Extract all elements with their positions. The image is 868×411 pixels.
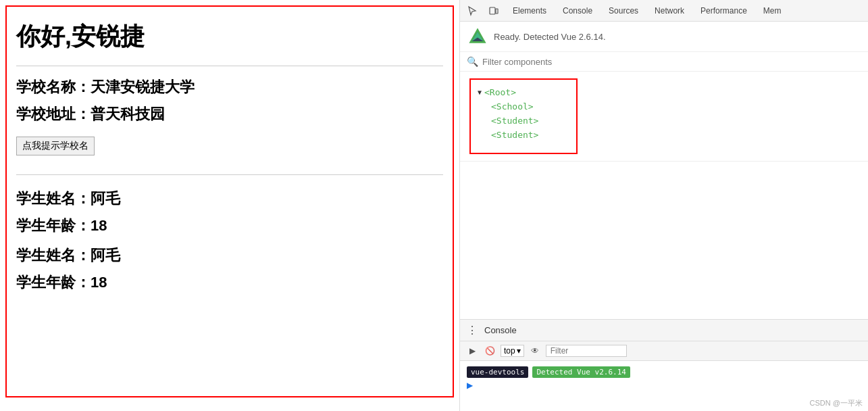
show-school-button[interactable]: 点我提示学校名: [16, 137, 95, 155]
school-address-value: 普天科技园: [91, 104, 165, 124]
student1-age-line: 学生年龄： 18: [16, 216, 443, 236]
console-messages-area: vue-devtools Detected Vue v2.6.14 ▶: [460, 361, 868, 395]
tree-student2-label: <Student>: [491, 130, 538, 140]
student1-name-value: 阿毛: [91, 189, 120, 209]
console-run-icon[interactable]: ▶: [465, 344, 479, 358]
console-title-label: Console: [484, 325, 517, 335]
devtools-panel: Elements Console Sources Network Perform…: [459, 0, 868, 411]
school-address-label: 学校地址：: [16, 104, 91, 124]
divider-1: [16, 66, 443, 66]
vue-ready-message: Ready. Detected Vue 2.6.14.: [494, 32, 606, 42]
console-context-select[interactable]: top ▾: [501, 345, 524, 357]
tab-console[interactable]: Console: [559, 3, 596, 18]
student1-age-value: 18: [91, 217, 107, 235]
component-tree-box: ▼ <Root> <School> <Student> <Student>: [469, 78, 578, 154]
tab-network[interactable]: Network: [650, 3, 688, 18]
school-name-line: 学校名称： 天津安锐捷大学: [16, 77, 443, 97]
console-toolbar: ▶ 🚫 top ▾ 👁: [460, 341, 868, 361]
svg-rect-0: [490, 7, 495, 14]
search-icon: 🔍: [467, 56, 478, 67]
console-expand-arrow[interactable]: ▶: [467, 379, 861, 391]
divider-2: [16, 174, 443, 175]
student2-name-line: 学生姓名： 阿毛: [16, 245, 443, 266]
tree-school-label: <School>: [491, 101, 534, 112]
console-filter-input[interactable]: [546, 345, 627, 357]
student-section-2: 学生姓名： 阿毛 学生年龄： 18: [16, 243, 443, 293]
devtools-tab-bar: Elements Console Sources Network Perform…: [460, 0, 868, 22]
school-section: 学校名称： 天津安锐捷大学 学校地址： 普天科技园 点我提示学校名: [16, 77, 443, 165]
filter-components-input[interactable]: [482, 57, 617, 67]
student2-age-value: 18: [91, 274, 107, 291]
student1-age-label: 学生年龄：: [16, 216, 91, 236]
tree-school-row[interactable]: <School>: [491, 99, 567, 114]
console-block-icon[interactable]: 🚫: [483, 344, 496, 358]
component-tree-panel: ▼ <Root> <School> <Student> <Student>: [460, 72, 868, 161]
school-name-label: 学校名称：: [16, 77, 91, 97]
console-dropdown-icon: ▾: [517, 346, 521, 356]
csdn-watermark: CSDN @一平米: [460, 395, 868, 411]
device-icon[interactable]: [487, 4, 501, 18]
devtools-spacer: [460, 161, 868, 319]
console-header: ⋮ Console: [460, 320, 868, 341]
vue-devtools-header: Ready. Detected Vue 2.6.14.: [460, 22, 868, 52]
cursor-icon[interactable]: [465, 4, 479, 18]
tree-student1-label: <Student>: [491, 116, 538, 126]
school-address-line: 学校地址： 普天科技园: [16, 104, 443, 124]
student2-age-label: 学生年龄：: [16, 272, 91, 293]
student1-name-label: 学生姓名：: [16, 189, 91, 209]
tree-student2-row[interactable]: <Student>: [491, 128, 567, 142]
student2-name-label: 学生姓名：: [16, 245, 91, 266]
greeting-text: 你好,安锐捷: [16, 14, 443, 63]
main-content-box: 你好,安锐捷 学校名称： 天津安锐捷大学 学校地址： 普天科技园 点我提示学校名…: [5, 5, 454, 397]
tree-student1-row[interactable]: <Student>: [491, 114, 567, 128]
left-panel: 你好,安锐捷 学校名称： 天津安锐捷大学 学校地址： 普天科技园 点我提示学校名…: [0, 0, 459, 411]
console-panel: ⋮ Console ▶ 🚫 top ▾ 👁 vue-devtools Detec…: [460, 319, 868, 411]
vue-logo-icon: [468, 27, 487, 46]
student-section-1: 学生姓名： 阿毛 学生年龄： 18: [16, 186, 443, 236]
console-menu-icon[interactable]: ⋮: [467, 324, 478, 337]
svg-rect-1: [496, 9, 498, 14]
tree-root-row[interactable]: ▼ <Root>: [478, 85, 567, 99]
console-eye-icon[interactable]: 👁: [528, 344, 542, 358]
tab-memory[interactable]: Mem: [759, 3, 786, 18]
tab-sources[interactable]: Sources: [605, 3, 642, 18]
tree-arrow-icon: ▼: [478, 89, 482, 96]
student2-name-value: 阿毛: [91, 245, 120, 266]
console-top-label: top: [504, 346, 515, 356]
detected-vue-badge: Detected Vue v2.6.14: [532, 366, 630, 378]
vue-devtools-badge: vue-devtools: [467, 366, 528, 378]
tab-elements[interactable]: Elements: [509, 3, 551, 18]
school-name-value: 天津安锐捷大学: [91, 77, 195, 97]
filter-bar: 🔍: [460, 52, 868, 72]
student1-name-line: 学生姓名： 阿毛: [16, 189, 443, 209]
tab-performance[interactable]: Performance: [696, 3, 751, 18]
tree-root-label: <Root>: [484, 87, 516, 97]
console-message-row-1: vue-devtools Detected Vue v2.6.14: [467, 365, 861, 379]
student2-age-line: 学生年龄： 18: [16, 272, 443, 293]
